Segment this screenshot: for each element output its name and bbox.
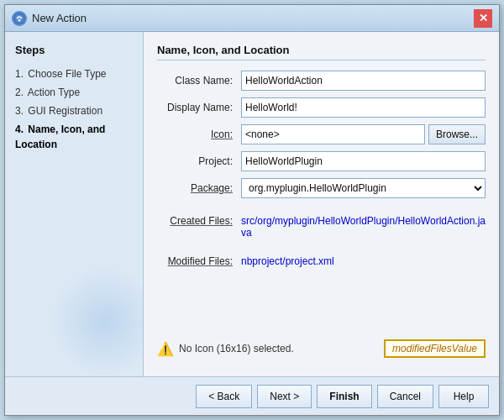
warning-text: No Icon (16x16) selected. [179, 343, 294, 354]
section-title: Name, Icon, and Location [157, 44, 486, 60]
step-3: 3. GUI Registration [15, 102, 133, 120]
content-area: Steps 1. Choose File Type 2. Action Type… [5, 32, 499, 376]
flex-spacer [157, 272, 486, 336]
svg-point-0 [14, 13, 24, 24]
step-1: 1. Choose File Type [15, 65, 133, 83]
icon-field-group: Browse... [241, 124, 486, 144]
footer: < Back Next > Finish Cancel Help [5, 376, 499, 415]
warning-icon: ⚠️ [157, 341, 174, 357]
display-name-label: Display Name: [157, 102, 241, 113]
step-4-label: Name, Icon, andLocation [15, 123, 105, 150]
project-input[interactable] [241, 151, 486, 171]
sidebar-title: Steps [15, 44, 133, 56]
modified-files-label: Modified Files: [157, 255, 241, 267]
step-2-label: Action Type [28, 87, 80, 98]
display-name-input[interactable] [241, 97, 486, 118]
created-files-label: Created Files: [157, 215, 241, 227]
cancel-button[interactable]: Cancel [377, 385, 433, 408]
back-button[interactable]: < Back [196, 385, 252, 408]
project-row: Project: [157, 151, 486, 171]
created-files-value: src/org/myplugin/HelloWorldPlugin/HelloW… [241, 215, 486, 239]
project-label: Project: [157, 155, 241, 167]
icon-label: Icon: [157, 129, 241, 140]
icon-row: Icon: Browse... [157, 124, 486, 144]
sidebar: Steps 1. Choose File Type 2. Action Type… [5, 32, 144, 376]
window-title: New Action [32, 12, 87, 24]
class-name-row: Class Name: [157, 71, 486, 91]
finish-button[interactable]: Finish [317, 385, 371, 408]
modified-files-badge: modifiedFilesValue [384, 339, 486, 358]
main-window: New Action ✕ Steps 1. Choose File Type 2… [4, 4, 500, 416]
class-name-input[interactable] [241, 71, 486, 91]
spacer-2 [157, 244, 486, 255]
package-select[interactable]: org.myplugin.HelloWorldPlugin [241, 178, 486, 198]
browse-button[interactable]: Browse... [428, 124, 486, 144]
titlebar: New Action ✕ [5, 5, 499, 32]
spacer-1 [157, 205, 486, 215]
icon-input[interactable] [241, 124, 425, 144]
step-1-number: 1. [15, 68, 24, 80]
steps-list: 1. Choose File Type 2. Action Type 3. GU… [15, 65, 133, 154]
created-files-row: Created Files: src/org/myplugin/HelloWor… [157, 215, 486, 239]
modified-files-value: nbproject/project.xml [241, 255, 486, 267]
class-name-label: Class Name: [157, 75, 241, 87]
window-icon [12, 11, 27, 26]
step-3-label: GUI Registration [28, 105, 102, 117]
step-2-number: 2. [15, 87, 24, 98]
step-3-number: 3. [15, 105, 24, 117]
step-1-label: Choose File Type [28, 68, 106, 80]
modified-files-row: Modified Files: nbproject/project.xml [157, 255, 486, 267]
svg-point-1 [18, 18, 21, 21]
next-button[interactable]: Next > [257, 385, 312, 408]
package-label: Package: [157, 182, 241, 194]
close-button[interactable]: ✕ [474, 9, 492, 28]
main-panel: Name, Icon, and Location Class Name: Dis… [144, 32, 499, 376]
step-4-number: 4. [15, 123, 24, 135]
step-4: 4. Name, Icon, andLocation [15, 120, 133, 154]
titlebar-left: New Action [12, 11, 87, 26]
package-row: Package: org.myplugin.HelloWorldPlugin [157, 178, 486, 198]
display-name-row: Display Name: [157, 97, 486, 118]
warning-area: ⚠️ No Icon (16x16) selected. modifiedFil… [157, 336, 486, 361]
step-2: 2. Action Type [15, 83, 133, 102]
help-button[interactable]: Help [438, 385, 489, 408]
